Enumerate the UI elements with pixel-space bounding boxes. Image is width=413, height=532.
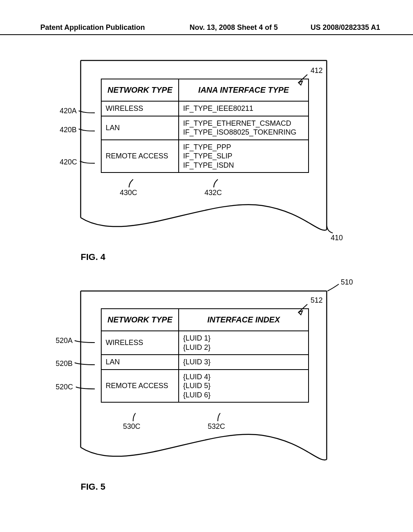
fig4-table: NETWORK TYPE IANA INTERFACE TYPE WIRELES…: [101, 79, 309, 173]
fig5-r1c0: LAN: [101, 355, 179, 370]
header-left: Patent Application Publication: [0, 23, 190, 32]
fig5-callout-rowC: 520C: [56, 383, 73, 391]
fig4-r0c1: IF_TYPE_IEEE80211: [179, 101, 309, 116]
figure-4: NETWORK TYPE IANA INTERFACE TYPE WIRELES…: [77, 56, 331, 250]
fig5-caption: FIG. 5: [81, 482, 105, 492]
fig5-callout-rowA: 520A: [56, 337, 73, 345]
fig5-callout-col1: 530C: [123, 422, 140, 431]
fig5-r1c1: {LUID 3}: [179, 355, 309, 370]
fig5-h1: NETWORK TYPE: [101, 309, 179, 331]
fig5-r0c0: WIRELESS: [101, 331, 179, 355]
fig4-h1: NETWORK TYPE: [101, 79, 179, 101]
fig4-callout-col1: 430C: [120, 189, 137, 197]
fig4-h2: IANA INTERFACE TYPE: [179, 79, 309, 101]
fig5-h2: INTERFACE INDEX: [179, 309, 309, 331]
fig4-caption: FIG. 4: [81, 252, 105, 262]
fig4-r1c0: LAN: [101, 116, 179, 140]
fig5-row-b: LAN {LUID 3}: [101, 355, 309, 370]
fig5-callout-rowB: 520B: [56, 360, 73, 368]
page-header: Patent Application Publication Nov. 13, …: [0, 23, 413, 35]
fig5-callout-table: 512: [311, 296, 323, 305]
fig4-callout-rowC: 420C: [60, 158, 77, 166]
fig4-r1c1: IF_TYPE_ETHERNET_CSMACDIF_TYPE_ISO88025_…: [179, 116, 309, 140]
fig4-row-b: LAN IF_TYPE_ETHERNET_CSMACDIF_TYPE_ISO88…: [101, 116, 309, 140]
fig4-r2c1: IF_TYPE_PPPIF_TYPE_SLIPIF_TYPE_ISDN: [179, 140, 309, 173]
fig4-callout-col2: 432C: [204, 189, 222, 197]
fig5-r2c0: REMOTE ACCESS: [101, 370, 179, 403]
fig4-header-row: NETWORK TYPE IANA INTERFACE TYPE: [101, 79, 309, 101]
fig5-row-a: WIRELESS {LUID 1}{LUID 2}: [101, 331, 309, 355]
fig5-table: NETWORK TYPE INTERFACE INDEX WIRELESS {L…: [101, 308, 309, 403]
fig4-callout-rowB: 420B: [60, 126, 77, 134]
fig4-callout-table: 412: [311, 66, 323, 75]
fig5-header-row: NETWORK TYPE INTERFACE INDEX: [101, 309, 309, 331]
fig5-callout-sheet: 510: [341, 278, 353, 287]
fig5-r0c1: {LUID 1}{LUID 2}: [179, 331, 309, 355]
figure-5: NETWORK TYPE INTERFACE INDEX WIRELESS {L…: [77, 282, 331, 476]
fig5-r2c1: {LUID 4}{LUID 5}{LUID 6}: [179, 370, 309, 403]
fig5-callout-col2: 532C: [208, 422, 225, 431]
fig4-row-a: WIRELESS IF_TYPE_IEEE80211: [101, 101, 309, 116]
fig4-r2c0: REMOTE ACCESS: [101, 140, 179, 173]
header-right: US 2008/0282335 A1: [302, 23, 413, 32]
fig5-row-c: REMOTE ACCESS {LUID 4}{LUID 5}{LUID 6}: [101, 370, 309, 403]
fig4-r0c0: WIRELESS: [101, 101, 179, 116]
header-mid: Nov. 13, 2008 Sheet 4 of 5: [190, 23, 302, 32]
fig4-callout-rowA: 420A: [60, 107, 77, 115]
fig4-callout-sheet: 410: [331, 234, 343, 242]
fig4-row-c: REMOTE ACCESS IF_TYPE_PPPIF_TYPE_SLIPIF_…: [101, 140, 309, 173]
